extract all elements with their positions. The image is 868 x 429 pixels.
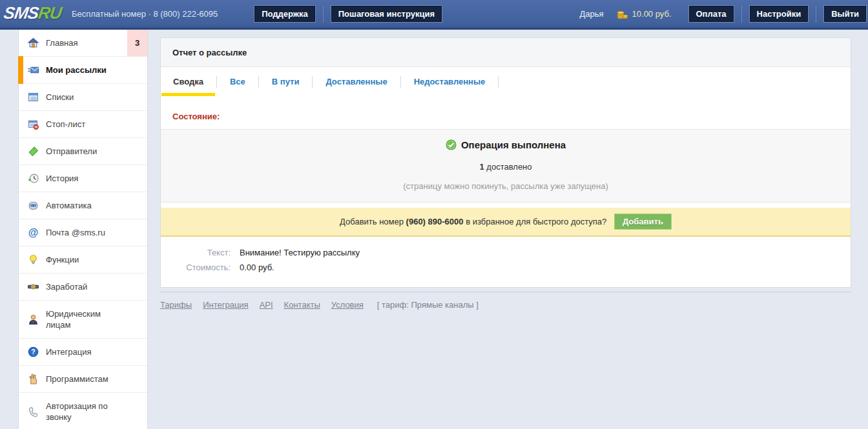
sidebar-item-label: Авторизация по звонку [46,401,125,423]
top-header-bar: SMSRU Бесплатный номер · 8 (800) 222-609… [0,0,868,30]
sidebar-item-lists[interactable]: Списки [19,84,147,111]
sidebar-item-label: Отправители [46,146,97,157]
mail-icon: @ [28,227,39,238]
home-icon [28,37,39,48]
status-box: Операция выполнена 1 доставлено (страниц… [161,129,851,203]
call-auth-icon [28,406,39,417]
developers-icon [28,374,39,384]
sidebar-item-stoplist[interactable]: Стоп-лист [19,111,147,138]
history-icon [28,173,39,184]
sidebar-item-mail[interactable]: @ Почта @sms.ru [19,219,147,246]
stoplist-icon [28,119,39,130]
divider [323,6,324,23]
report-tabs: Сводка Все В пути Доставленные Недоставл… [161,67,851,96]
divider [816,6,816,23]
delivered-count-row: 1 доставлено [161,162,851,172]
favorite-banner: Добавить номер (960) 890-6000 в избранно… [161,208,851,237]
free-number-label: Бесплатный номер · 8 (800) 222-6095 [72,9,218,19]
logo-text-ru: RU [37,3,63,23]
divider [258,76,259,88]
mailing-details: Текст: Внимание! Тестирую рассылку Стоим… [161,237,851,287]
coins-icon [617,9,628,19]
pay-button[interactable]: Оплата [688,5,734,23]
divider [216,76,217,88]
detail-label: Текст: [161,248,231,257]
functions-icon [28,254,39,265]
mailings-icon [28,65,39,75]
sidebar-item-label: Юридическим лицам [46,308,125,330]
divider [498,76,499,88]
sidebar-menu: Главная 3 Мои рассылки Списки [18,30,148,429]
sidebar-item-call-auth[interactable]: Авторизация по звонку [19,393,147,429]
tab-summary[interactable]: Сводка [161,67,215,96]
sidebar-item-developers[interactable]: Программистам [19,366,147,393]
footer-link-contacts[interactable]: Контакты [284,300,320,310]
detail-row-cost: Стоимость: 0.00 руб. [161,260,851,275]
sidebar-item-functions[interactable]: Функции [19,246,147,274]
sidebar-item-history[interactable]: История [19,165,147,192]
integration-icon: ? [28,346,39,357]
sidebar-item-label: Почта @sms.ru [46,227,105,238]
tab-delivered[interactable]: Доставленные [314,67,398,96]
tariff-note: [ тариф: Прямые каналы ] [377,300,479,310]
banner-text-after: в избранное для быстрого доступа? [466,217,606,226]
support-button[interactable]: Поддержка [254,5,316,23]
earn-icon [28,281,39,292]
sidebar-item-label: Мои рассылки [46,65,107,75]
banner-text-before: Добавить номер [340,217,404,226]
tab-all[interactable]: Все [218,67,257,96]
svg-text:?: ? [31,348,35,355]
tab-in-transit[interactable]: В пути [260,67,311,96]
detail-value: Внимание! Тестирую рассылку [240,248,360,257]
instruction-button[interactable]: Пошаговая инструкция [331,5,442,23]
delivered-label: доставлено [486,162,532,172]
tab-undelivered[interactable]: Недоставленные [402,67,497,96]
detail-label: Стоимость: [161,263,231,272]
username-label: Дарья [579,9,603,19]
logout-button[interactable]: Выйти [823,5,867,23]
success-check-icon [446,139,457,150]
sidebar-item-label: Интеграция [46,346,92,357]
logo-text-sms: SMS [3,3,40,23]
sidebar-item-my-mailings[interactable]: Мои рассылки [19,57,147,84]
sidebar-item-label: Заработай [46,281,87,292]
footer: Тарифы Интеграция API Контакты Условия [… [160,292,851,310]
lists-icon [28,92,39,103]
unread-badge: 3 [127,30,147,56]
balance-label: 10.00 руб. [632,9,672,19]
sidebar-item-label: Списки [46,92,74,103]
sidebar-item-label: Автоматика [46,200,92,211]
sidebar-item-earn[interactable]: Заработай [19,274,147,301]
sidebar-item-label: История [46,173,78,184]
settings-button[interactable]: Настройки [749,5,809,23]
page-title: Отчет о рассылке [161,38,851,67]
status-note: (страницу можно покинуть, рассылка уже з… [161,181,851,191]
divider [400,76,401,88]
footer-link-api[interactable]: API [260,300,273,310]
sidebar-item-label: Главная [46,37,78,48]
sidebar-item-senders[interactable]: Отправители [19,138,147,165]
status-title-row: Операция выполнена [446,139,566,150]
legal-entities-icon [28,314,39,325]
divider [312,76,313,88]
add-favorite-button[interactable]: Добавить [614,214,672,230]
sidebar-item-legal-entities[interactable]: Юридическим лицам [19,301,147,339]
sidebar-item-home[interactable]: Главная 3 [19,30,147,57]
smsru-logo[interactable]: SMSRU [3,3,63,23]
sidebar-item-integration[interactable]: ? Интеграция [19,339,147,366]
footer-link-integration[interactable]: Интеграция [203,300,249,310]
detail-row-text: Текст: Внимание! Тестирую рассылку [161,245,851,260]
sidebar-item-automation[interactable]: Автоматика [19,192,147,219]
sidebar-item-label: Функции [46,254,79,265]
delivered-count: 1 [479,162,484,172]
detail-value: 0.00 руб. [240,263,274,272]
automation-icon [28,200,39,211]
divider [741,6,742,23]
footer-link-terms[interactable]: Условия [331,300,364,310]
sidebar-item-label: Программистам [46,374,108,384]
banner-phone: (960) 890-6000 [406,217,464,226]
footer-link-tariffs[interactable]: Тарифы [160,300,192,310]
report-panel: Отчет о рассылке Сводка Все В пути Доста… [160,37,851,288]
sidebar-item-label: Стоп-лист [46,119,85,130]
status-title-text: Операция выполнена [461,139,566,150]
